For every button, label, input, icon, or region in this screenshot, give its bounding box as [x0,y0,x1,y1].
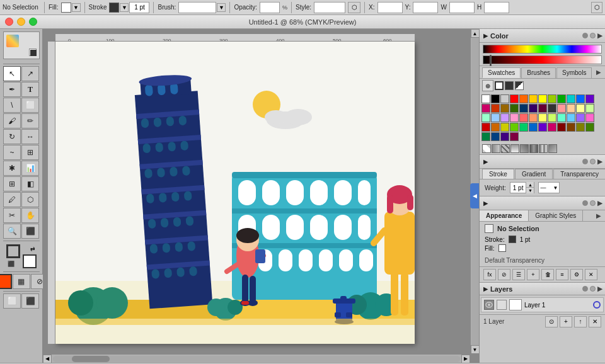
hand-tool-btn[interactable]: ✋ [21,208,39,223]
appearance-tab-menu[interactable]: ▶ [592,210,605,221]
stroke-panel-close-btn[interactable] [582,159,588,164]
layer-visibility-btn[interactable] [484,300,494,310]
swatch-color-item[interactable] [548,113,556,122]
symbols-tab[interactable]: Symbols [556,67,592,78]
swatches-tab[interactable]: Swatches [482,67,521,78]
layer-select-indicator[interactable] [593,301,601,309]
screen-mode-btn[interactable]: ⬜ [3,293,21,309]
gradient-tool-btn[interactable]: ◧ [21,176,39,191]
appearance-more-btn[interactable]: ≡ [556,269,568,280]
stroke-color-swatch[interactable] [109,3,119,13]
pattern-swatch-item[interactable] [539,144,548,153]
pattern-swatch-item[interactable] [501,144,510,153]
panels-collapse-tab[interactable]: ◀ [470,183,479,208]
gradient-tab[interactable]: Gradient [515,169,553,179]
symbol-sprayer-tool-btn[interactable]: ✱ [3,161,21,176]
direct-selection-tool-btn[interactable]: ↗ [21,66,39,81]
gradient-mode-btn[interactable]: ▦ [13,274,30,289]
transform-options-btn[interactable]: ⬡ [591,2,602,13]
color-slider-red[interactable] [483,55,602,64]
stroke-tab[interactable]: Stroke [482,169,514,179]
pattern-swatch-item[interactable] [492,144,500,153]
maximize-window-btn[interactable] [29,18,37,26]
appearance-panel-min-btn[interactable] [590,200,596,206]
brush-dropdown-btn[interactable]: ▼ [217,3,226,12]
stroke-increment-btn[interactable]: ▲ [526,182,534,188]
graphic-styles-tab[interactable]: Graphic Styles [529,210,583,221]
layer-trash-btn[interactable]: ✕ [589,316,601,327]
swatches-panel-menu-btn[interactable]: ▶ [595,67,602,78]
swatch-color-item[interactable] [538,113,547,122]
stroke-panel-menu-btn[interactable]: ▶ [597,158,602,165]
appearance-settings-btn[interactable]: ⚙ [570,269,583,280]
layer-locate-btn[interactable]: ⊙ [545,316,558,327]
appearance-menu-btn[interactable]: ☰ [512,269,525,280]
swatch-white[interactable] [495,81,504,90]
x-input[interactable]: 0 mm [377,2,403,13]
style-options-btn[interactable]: ⬡ [348,2,360,13]
y-input[interactable]: 0 mm [413,2,438,13]
swatch-color-item[interactable] [567,104,575,113]
appearance-add-btn[interactable]: fx [483,269,496,280]
scissors-tool-btn[interactable]: ✂ [3,208,21,223]
brush-selector[interactable] [178,2,216,13]
swatch-color-item[interactable] [481,94,490,103]
swatch-registration[interactable] [515,81,524,90]
artboard-tool-btn[interactable]: ⬛ [21,224,39,239]
swatch-color-item[interactable] [529,94,538,103]
change-screen-btn[interactable]: ⬛ [21,293,39,309]
swatch-color-item[interactable] [510,123,519,132]
stroke-cap-dropdown[interactable]: — ▼ [538,182,560,193]
fill-color-swatch[interactable] [61,3,71,13]
swatch-color-item[interactable] [585,94,594,103]
h-input[interactable]: 0 mm [484,2,509,13]
swatch-color-item[interactable] [576,113,585,122]
layer-move-btn[interactable]: ↑ [574,316,587,327]
line-tool-btn[interactable]: \ [3,98,21,113]
pattern-swatch-item[interactable] [548,144,557,153]
stroke-width-input[interactable] [129,2,149,13]
appearance-stroke-swatch[interactable] [509,236,516,243]
swatch-color-item[interactable] [491,104,500,113]
pattern-swatch-item[interactable] [510,144,519,153]
swatch-color-item[interactable] [500,132,509,141]
paint-brush-tool-btn[interactable]: 🖌 [3,113,21,128]
color-panel-min-btn[interactable] [590,33,596,38]
scroll-up-btn[interactable]: ▲ [471,29,480,38]
swatch-color-item[interactable] [500,123,509,132]
swatch-color-item[interactable] [557,123,566,132]
swatch-color-item[interactable] [491,94,500,103]
swatch-color-item[interactable] [538,123,547,132]
stroke-widget[interactable] [6,244,20,258]
transparency-tab[interactable]: Transparency [553,169,605,179]
eyedropper-tool-btn[interactable]: 🖊 [3,192,21,207]
type-tool-btn[interactable]: T [21,82,39,97]
w-input[interactable]: 0 mm [449,2,475,13]
appearance-tab[interactable]: Appearance [480,210,529,221]
stroke-panel-min-btn[interactable] [590,159,596,164]
swatch-color-item[interactable] [538,94,547,103]
zoom-tool-btn[interactable]: 🔍 [3,224,21,239]
swatch-color-item[interactable] [491,113,500,122]
stroke-decrement-btn[interactable]: ▼ [526,188,534,193]
swatch-color-item[interactable] [557,94,566,103]
swatch-color-item[interactable] [519,113,528,122]
swatch-color-item[interactable] [538,104,547,113]
swatch-color-item[interactable] [500,113,509,122]
mesh-tool-btn[interactable]: ⊞ [3,176,21,191]
default-colors-btn[interactable]: ⬛ [8,261,14,267]
swatch-color-item[interactable] [481,123,490,132]
scroll-right-btn[interactable]: ▶ [461,355,470,363]
appearance-delete-btn[interactable]: 🗑 [541,269,554,280]
swatch-color-item[interactable] [585,104,594,113]
swatch-color-item[interactable] [548,104,556,113]
appearance-panel-close-btn[interactable] [582,200,588,206]
swatch-color-item[interactable] [481,104,490,113]
fill-dropdown-btn[interactable]: ▼ [72,3,81,12]
appearance-panel-menu-btn[interactable]: ▶ [597,200,602,207]
swatch-color-item[interactable] [576,104,585,113]
swatch-color-item[interactable] [510,132,519,141]
layer-create-btn[interactable]: + [560,316,572,327]
pattern-swatch-item[interactable] [482,144,491,153]
h-scroll-track[interactable] [53,356,460,362]
